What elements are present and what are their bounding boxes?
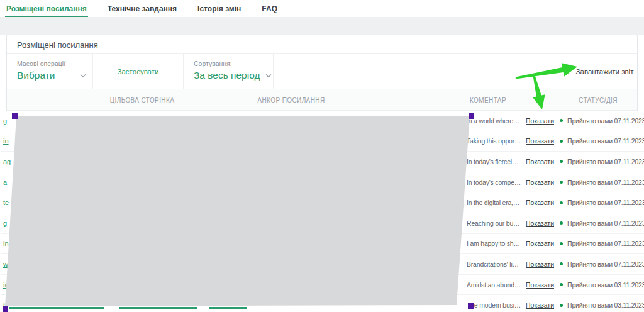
comment-text: In today's compe… bbox=[467, 179, 523, 186]
download-report-cell: Завантажити звіт bbox=[572, 54, 637, 89]
sorting-value[interactable]: За весь період bbox=[194, 70, 260, 81]
chevron-down-icon bbox=[80, 74, 86, 78]
row-right-cluster: Reaching our bu… Показати Прийнято вами … bbox=[467, 220, 644, 227]
status-dot bbox=[560, 242, 563, 245]
status-dot bbox=[560, 283, 563, 286]
sorting-cell: Сортування: За весь період bbox=[184, 54, 274, 89]
comment-text: I am happy to sh… bbox=[467, 240, 523, 247]
row-right-cluster: The modern busi… Показати Прийнято вами … bbox=[467, 301, 644, 309]
panel-title: Розміщені посилання bbox=[7, 35, 637, 54]
tab-placed-links[interactable]: Розміщені посилання bbox=[5, 0, 88, 18]
chevron-down-icon bbox=[265, 74, 272, 78]
tab-bar: Розміщені посилання Технічне завдання Іс… bbox=[0, 0, 644, 17]
toolbar: Масові операції Вибрати Застосувати Сорт… bbox=[7, 54, 637, 89]
table-row: in Amidst an abund… Показати Прийнято ва… bbox=[1, 275, 644, 296]
status-text: Прийнято вами 07.11.2023 bbox=[567, 220, 644, 227]
clipped-link-underline[interactable] bbox=[9, 307, 104, 309]
background-strip bbox=[0, 17, 644, 35]
row-right-cluster: Brandcitations' li… Показати Прийнято ва… bbox=[467, 260, 644, 268]
status-dot bbox=[560, 119, 563, 122]
comment-text: In the digital era,… bbox=[467, 199, 523, 206]
apply-cell: Застосувати bbox=[93, 54, 184, 89]
table-row: h The modern busi… Показати Прийнято вам… bbox=[1, 295, 644, 312]
show-link[interactable]: Показати bbox=[526, 240, 554, 247]
status-dot bbox=[560, 160, 563, 163]
show-link[interactable]: Показати bbox=[526, 220, 554, 227]
status-text: Прийнято вами 03.11.2023 bbox=[567, 281, 644, 289]
bulk-operations-cell: Масові операції Вибрати bbox=[7, 54, 93, 89]
target-page-link[interactable]: te bbox=[3, 199, 9, 206]
header-status-action: СТАТУС/ДІЯ bbox=[579, 97, 618, 104]
table-row: ag In today's fiercel… Показати Прийнято… bbox=[1, 152, 644, 172]
target-page-link[interactable]: in bbox=[3, 240, 9, 247]
comment-text: In today's fiercel… bbox=[467, 158, 523, 165]
status-text: Прийнято вами 07.11.2023 bbox=[567, 158, 644, 165]
tab-faq[interactable]: FAQ bbox=[260, 0, 279, 18]
row-right-cluster: Taking this oppor… Показати Прийнято вам… bbox=[467, 137, 644, 145]
show-link[interactable]: Показати bbox=[526, 199, 554, 206]
show-link[interactable]: Показати bbox=[526, 117, 554, 125]
status-text: Прийнято вами 07.11.2023 bbox=[567, 199, 644, 206]
status-text: Прийнято вами 07.11.2023 bbox=[567, 260, 644, 268]
table-row: te In the digital era,… Показати Прийнят… bbox=[1, 192, 644, 213]
tab-technical-task[interactable]: Технічне завдання bbox=[106, 0, 178, 18]
target-page-link[interactable]: a bbox=[3, 179, 7, 186]
target-page-link[interactable]: w bbox=[3, 260, 8, 268]
table-row: g In a world where… Показати Прийнято ва… bbox=[1, 111, 644, 131]
row-right-cluster: In today's fiercel… Показати Прийнято ва… bbox=[467, 158, 644, 165]
status-text: Прийнято вами 07.11.2023 bbox=[567, 117, 644, 125]
row-right-cluster: In today's compe… Показати Прийнято вами… bbox=[467, 179, 644, 186]
status-dot bbox=[560, 262, 563, 265]
status-dot bbox=[560, 201, 563, 204]
status-dot bbox=[560, 140, 563, 143]
comment-text: In a world where… bbox=[467, 117, 523, 125]
bulk-operations-value[interactable]: Вибрати bbox=[17, 70, 55, 81]
status-text: Прийнято вами 07.11.2023 bbox=[567, 240, 644, 247]
bulk-operations-label: Масові операції bbox=[17, 60, 86, 67]
clipped-link-underline[interactable] bbox=[119, 307, 197, 309]
status-dot bbox=[560, 221, 563, 225]
clipped-link-underline[interactable] bbox=[209, 307, 247, 309]
toolbar-spacer bbox=[274, 54, 572, 89]
tab-change-history[interactable]: Історія змін bbox=[196, 0, 242, 18]
target-page-link[interactable]: in bbox=[3, 137, 9, 145]
status-dot bbox=[560, 181, 563, 184]
show-link[interactable]: Показати bbox=[526, 301, 554, 309]
status-dot bbox=[560, 304, 563, 307]
status-text: Прийнято вами 03.11.2023 bbox=[567, 301, 644, 309]
sorting-dropdown[interactable]: За весь період bbox=[194, 70, 267, 81]
header-comment: КОМЕНТАР bbox=[470, 97, 506, 104]
target-page-link[interactable]: ag bbox=[3, 158, 11, 165]
table-rows: g In a world where… Показати Прийнято ва… bbox=[1, 111, 644, 312]
show-link[interactable]: Показати bbox=[526, 260, 554, 268]
status-text: Прийнято вами 07.11.2023 bbox=[567, 137, 644, 145]
placed-links-panel: Розміщені посилання Масові операції Вибр… bbox=[6, 35, 638, 312]
header-anchor-link: АНКОР ПОСИЛАННЯ bbox=[257, 97, 325, 104]
target-page-link[interactable]: h bbox=[3, 301, 7, 309]
comment-text: The modern busi… bbox=[467, 301, 523, 309]
bulk-operations-dropdown[interactable]: Вибрати bbox=[17, 70, 86, 81]
download-report-link[interactable]: Завантажити звіт bbox=[576, 68, 634, 75]
apply-button[interactable]: Застосувати bbox=[118, 68, 159, 75]
comment-text: Reaching our bu… bbox=[467, 220, 523, 227]
row-right-cluster: In a world where… Показати Прийнято вами… bbox=[467, 117, 644, 125]
show-link[interactable]: Показати bbox=[526, 137, 554, 145]
target-page-link[interactable]: g bbox=[3, 117, 7, 125]
show-link[interactable]: Показати bbox=[526, 281, 554, 289]
header-target-page: ЦІЛЬОВА СТОРІНКА bbox=[110, 97, 175, 104]
table-row: in Taking this oppor… Показати Прийнято … bbox=[1, 131, 644, 152]
show-link[interactable]: Показати bbox=[526, 179, 554, 186]
row-right-cluster: In the digital era,… Показати Прийнято в… bbox=[467, 199, 644, 206]
table-header-row: ЦІЛЬОВА СТОРІНКА АНКОР ПОСИЛАННЯ КОМЕНТА… bbox=[7, 89, 637, 111]
table-row: in I am happy to sh… Показати Прийнято в… bbox=[1, 234, 644, 255]
row-right-cluster: I am happy to sh… Показати Прийнято вами… bbox=[467, 240, 644, 247]
target-page-link[interactable]: in bbox=[3, 281, 9, 289]
show-link[interactable]: Показати bbox=[526, 158, 554, 165]
table-row: w Brandcitations' li… Показати Прийнято … bbox=[1, 254, 644, 275]
target-page-link[interactable]: g bbox=[3, 220, 7, 227]
status-text: Прийнято вами 07.11.2023 bbox=[567, 179, 644, 186]
comment-text: Amidst an abund… bbox=[467, 281, 523, 289]
comment-text: Brandcitations' li… bbox=[467, 260, 523, 268]
comment-text: Taking this oppor… bbox=[467, 137, 523, 145]
table-row: g Reaching our bu… Показати Прийнято вам… bbox=[1, 213, 644, 234]
